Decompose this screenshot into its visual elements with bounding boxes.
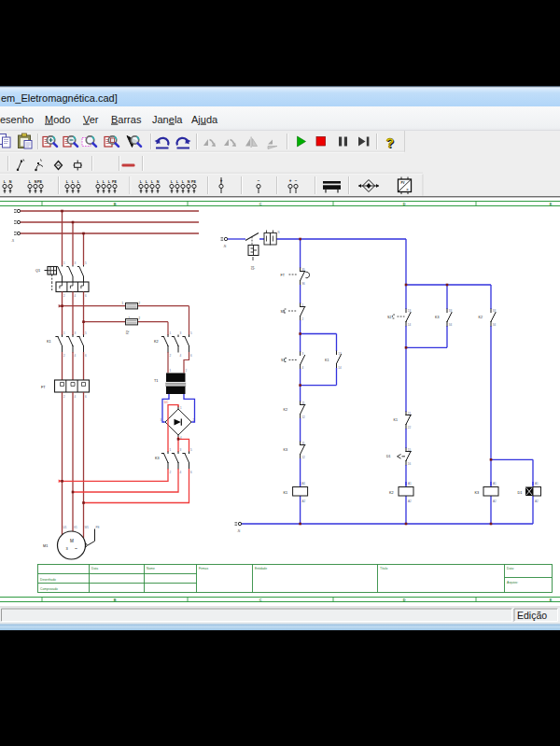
- svg-text:M1: M1: [43, 544, 48, 548]
- svg-text:Nome: Nome: [147, 567, 155, 570]
- svg-text:K1: K1: [394, 418, 398, 422]
- svg-text:Q1: Q1: [35, 269, 40, 273]
- svg-text:22: 22: [408, 426, 412, 429]
- svg-text:14: 14: [338, 366, 342, 370]
- svg-text:K3: K3: [435, 316, 439, 319]
- svg-text:K3: K3: [475, 491, 480, 495]
- svg-text:Arquivo:: Arquivo:: [507, 581, 518, 584]
- svg-text:K3: K3: [155, 457, 160, 460]
- svg-text:Ver: Ver: [83, 114, 99, 125]
- svg-text:33: 33: [449, 309, 453, 313]
- svg-text:11: 11: [301, 442, 304, 445]
- svg-text:T1: T1: [154, 379, 158, 383]
- svg-text:S2: S2: [387, 316, 391, 319]
- svg-text:W1: W1: [85, 526, 90, 529]
- svg-text:C: C: [259, 203, 262, 206]
- svg-text:A2: A2: [302, 500, 306, 503]
- svg-text:K2: K2: [479, 316, 483, 319]
- svg-text:A2: A2: [493, 500, 497, 503]
- svg-text:=: =: [407, 188, 409, 191]
- svg-text:B: B: [114, 203, 117, 206]
- svg-text:13: 13: [408, 309, 412, 313]
- svg-text:Data: Data: [91, 567, 98, 570]
- svg-text:em_Eletromagnética.cad]: em_Eletromagnética.cad]: [1, 92, 118, 104]
- svg-text:K2: K2: [154, 340, 159, 344]
- svg-text:A1: A1: [535, 482, 539, 486]
- svg-text:N: N: [9, 180, 12, 184]
- svg-text:−: −: [295, 178, 298, 183]
- svg-text:34: 34: [449, 323, 453, 327]
- svg-text:~: ~: [75, 545, 77, 551]
- svg-text:N: N: [157, 180, 160, 184]
- svg-text:Q3: Q3: [251, 266, 255, 270]
- svg-text:E: E: [550, 203, 553, 206]
- svg-text:-N: -N: [237, 529, 240, 533]
- svg-text:+: +: [289, 178, 292, 183]
- svg-text:PV: PV: [401, 181, 405, 185]
- svg-text:Data:: Data:: [507, 567, 514, 570]
- svg-text:F2: F2: [126, 331, 130, 334]
- svg-text:15: 15: [408, 448, 412, 452]
- svg-text:N: N: [188, 180, 190, 184]
- svg-text:Barras: Barras: [111, 114, 142, 125]
- svg-text:D1: D1: [518, 491, 523, 495]
- svg-text:-N: -N: [223, 245, 226, 248]
- svg-text:D: D: [403, 203, 406, 206]
- svg-text:12: 12: [301, 456, 305, 459]
- svg-text:U1: U1: [63, 526, 67, 529]
- svg-text:B: B: [114, 598, 117, 602]
- svg-text:K2: K2: [389, 491, 394, 495]
- svg-text:-S: -S: [11, 239, 14, 243]
- svg-text:Título: Título: [380, 567, 387, 570]
- svg-text:Firmas: Firmas: [199, 567, 208, 570]
- svg-text:K1: K1: [47, 340, 51, 344]
- svg-text:K1: K1: [325, 359, 329, 362]
- svg-text:A2: A2: [535, 500, 539, 503]
- svg-text:C: C: [259, 598, 262, 602]
- svg-text:−: −: [258, 178, 260, 183]
- svg-text:K2: K2: [284, 408, 287, 412]
- svg-text:A1: A1: [302, 482, 306, 486]
- svg-text:?: ?: [386, 135, 395, 150]
- svg-text:Modo: Modo: [45, 114, 71, 125]
- svg-text:PE: PE: [37, 180, 42, 184]
- svg-text:Desenhado: Desenhado: [40, 578, 56, 582]
- svg-text:A1: A1: [493, 482, 497, 486]
- svg-text:K3: K3: [284, 448, 287, 452]
- svg-text:Janela: Janela: [152, 114, 183, 125]
- svg-text:K1: K1: [284, 491, 288, 495]
- svg-text:N: N: [278, 231, 280, 234]
- svg-text:95: 95: [301, 268, 305, 272]
- svg-text:PE: PE: [191, 180, 196, 184]
- svg-text:14: 14: [408, 323, 412, 327]
- svg-text:M: M: [70, 539, 74, 543]
- svg-text:34: 34: [493, 323, 497, 327]
- svg-text:16: 16: [408, 462, 412, 466]
- svg-text:A2: A2: [408, 500, 412, 503]
- svg-text:A1: A1: [408, 482, 412, 486]
- svg-text:11: 11: [301, 401, 304, 405]
- svg-text:esenho: esenho: [0, 114, 34, 125]
- svg-text:Ajuda: Ajuda: [191, 114, 218, 125]
- svg-text:D1: D1: [386, 455, 391, 458]
- svg-text:33: 33: [493, 309, 497, 313]
- svg-text:FT: FT: [41, 386, 46, 389]
- svg-text:Entidade: Entidade: [255, 567, 267, 570]
- svg-text:96: 96: [301, 282, 305, 286]
- svg-text:PE: PE: [96, 526, 100, 529]
- svg-text:Edição: Edição: [517, 610, 547, 621]
- svg-text:D: D: [403, 598, 406, 602]
- svg-text:13: 13: [338, 352, 342, 356]
- svg-text:12: 12: [301, 415, 305, 419]
- svg-text:E: E: [550, 598, 553, 602]
- svg-text:PE: PE: [112, 180, 117, 184]
- svg-text:V1: V1: [74, 526, 77, 529]
- svg-text:21: 21: [408, 412, 412, 415]
- svg-text:Comprovado: Comprovado: [40, 587, 58, 591]
